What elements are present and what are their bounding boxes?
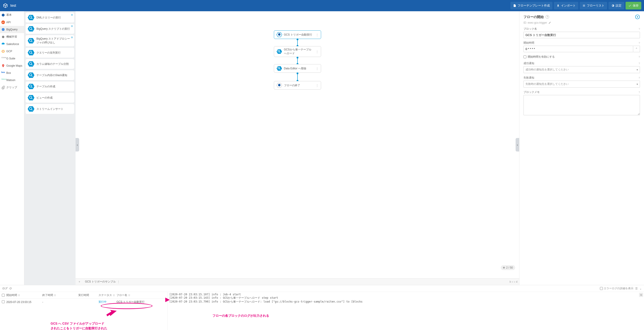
clip-icon <box>1 86 5 89</box>
bigquery-icon <box>1 28 5 31</box>
create-template-button[interactable]: フローテンプレート作成 <box>510 2 552 10</box>
flowlist-button[interactable]: フローリスト <box>580 2 607 10</box>
flow-node-end[interactable]: フローの終了 ⋮ <box>274 81 321 90</box>
nav-prev-icon[interactable]: ‹ <box>512 280 513 283</box>
sidebar-item-gcp[interactable]: GCP <box>0 48 24 55</box>
collapse-left-button[interactable]: ‹ <box>76 138 79 152</box>
api-icon: API <box>1 21 5 24</box>
svg-marker-35 <box>276 66 282 71</box>
palette-item[interactable]: BigQuery スクリプトの実行 <box>26 24 74 34</box>
category-sidebar: 基本 APIAPI BigQuery 機械学習 Salesforce GCP G… <box>0 11 24 285</box>
log-table: 開始時間☰ 終了時間☰ 実行時間 ステータス☰ フロー名☰ 2020-07-20… <box>0 292 168 330</box>
add-tab-button[interactable]: ＋ <box>77 280 82 284</box>
sidebar-item-gsuite[interactable]: GSuiteG Suite <box>0 55 24 62</box>
query-icon <box>28 38 35 44</box>
help-icon[interactable]: ? <box>638 42 640 44</box>
help-icon[interactable]: ? <box>638 56 640 58</box>
node-menu-icon[interactable]: ⋮ <box>316 84 319 87</box>
beta-badge-icon <box>71 14 73 16</box>
help-icon[interactable]: ? <box>546 15 549 19</box>
run-icon[interactable] <box>635 15 640 19</box>
block-palette: DMLクエリーの実行 BigQuery スクリプトの実行 BigQuery スト… <box>24 11 76 285</box>
node-menu-icon[interactable]: ⋮ <box>316 33 319 37</box>
sidebar-item-ml[interactable]: 機械学習 <box>0 33 24 41</box>
sidebar-item-bigquery[interactable]: BigQuery <box>0 26 24 33</box>
annotation-text-left: GCS へ CSV ファイルがアップロード されたことをトリガーに自動実行された <box>50 321 107 330</box>
palette-item[interactable]: カラム値毎のテーブル分割 <box>26 59 74 69</box>
copy-icon[interactable]: ⧉ <box>639 293 643 297</box>
block-memo-textarea[interactable] <box>524 95 640 115</box>
filter-icon[interactable]: ☰ <box>18 294 20 296</box>
row-checkbox[interactable] <box>2 300 5 303</box>
help-icon[interactable]: ? <box>638 62 640 65</box>
filter-icon[interactable]: ☰ <box>54 294 56 296</box>
sidebar-item-clip[interactable]: クリップ <box>0 84 24 91</box>
canvas-area: ‹ › GCS トリガー自動実行 ⋮ GCSから単一テーブルへロード ⋮ <box>76 11 519 285</box>
palette-item[interactable]: ストリームインサート <box>26 104 74 114</box>
stepper-up-icon[interactable]: ⌃ <box>633 46 640 52</box>
svg-marker-22 <box>28 84 34 89</box>
collapse-right-button[interactable]: › <box>516 138 519 152</box>
svg-marker-10 <box>28 38 34 44</box>
sidebar-item-watson[interactable]: WatsonWatson <box>0 77 24 84</box>
node-menu-icon[interactable]: ⋮ <box>316 50 319 53</box>
block-name-input[interactable] <box>524 32 640 38</box>
main-area: 基本 APIAPI BigQuery 機械学習 Salesforce GCP G… <box>0 11 644 285</box>
nav-last-icon[interactable]: ›I <box>516 280 518 283</box>
status-badge: 実行中 <box>98 300 106 303</box>
filter-icon[interactable]: ☰ <box>113 294 115 296</box>
log-row[interactable]: 2020-07-20 23:03:15 - 実行中 GCS トリガー自動実行 <box>0 299 167 305</box>
query-icon <box>276 49 282 54</box>
svg-marker-32 <box>276 49 282 54</box>
palette-item[interactable]: ビューの作成 <box>26 93 74 103</box>
import-button[interactable]: インポート <box>554 2 578 10</box>
refresh-icon[interactable] <box>9 287 12 290</box>
sidebar-item-api[interactable]: APIAPI <box>0 19 24 26</box>
annotation-text-right: フローの各ブロックのログが出力される <box>212 313 269 318</box>
nav-first-icon[interactable]: I‹ <box>510 280 511 283</box>
start-time-input[interactable] <box>524 46 633 52</box>
pin-icon <box>1 64 5 68</box>
palette-item[interactable]: テーブル内容のSlack通知 <box>26 70 74 80</box>
end-icon <box>276 83 282 88</box>
success-notify-select[interactable]: 成功時の通知先を選択してください▾ <box>524 66 640 73</box>
save-button[interactable]: 保存 <box>626 2 641 10</box>
flow-node[interactable]: Data Editor へ登録 ⋮ <box>274 64 321 73</box>
select-all-checkbox[interactable] <box>2 294 5 297</box>
sidebar-item-box[interactable]: boxBox <box>0 69 24 77</box>
failure-notify-select[interactable]: 失敗時の通知先を選択してください▾ <box>524 81 640 88</box>
palette-item[interactable]: クエリーの並列実行 <box>26 48 74 58</box>
svg-marker-2 <box>2 50 4 53</box>
filter-icon[interactable]: ☰ <box>128 294 130 296</box>
nav-next-icon[interactable]: › <box>514 280 515 283</box>
flow-node[interactable]: GCSから単一テーブルへロード ⋮ <box>274 46 321 57</box>
error-detail-checkbox[interactable] <box>600 287 603 290</box>
sidebar-item-googlemaps[interactable]: Google Maps <box>0 62 24 69</box>
box-icon: box <box>1 71 5 75</box>
palette-item[interactable]: テーブルの作成 <box>26 82 74 91</box>
enable-start-checkbox[interactable] <box>524 55 526 58</box>
sidebar-item-basic[interactable]: 基本 <box>0 11 24 19</box>
ml-icon <box>1 35 5 39</box>
help-icon[interactable]: ? <box>638 28 640 30</box>
log-panel-title: ログ <box>2 286 12 290</box>
palette-item[interactable]: DMLクエリーの実行 <box>26 13 74 23</box>
canvas-tab[interactable]: GCS トリガーのサンプル⋮ <box>83 279 122 284</box>
query-icon <box>28 61 35 67</box>
edit-icon[interactable] <box>548 21 551 24</box>
collapse-icon[interactable]: ⌄ <box>640 287 642 290</box>
help-icon[interactable]: ? <box>638 91 640 94</box>
filter-icon[interactable]: ☰ <box>635 287 638 290</box>
help-icon[interactable]: ? <box>638 77 640 79</box>
palette-item[interactable]: BigQuery ストアドプロシージャの呼び出し <box>26 35 74 46</box>
svg-marker-7 <box>28 26 34 32</box>
query-icon <box>28 83 35 90</box>
settings-button[interactable]: 設定 <box>608 2 624 10</box>
flow-node-start[interactable]: GCS トリガー自動実行 ⋮ <box>274 30 321 39</box>
start-icon <box>276 32 282 37</box>
node-menu-icon[interactable]: ⋮ <box>316 67 319 70</box>
sidebar-item-salesforce[interactable]: Salesforce <box>0 41 24 48</box>
svg-marker-13 <box>28 50 34 55</box>
query-icon <box>28 15 35 21</box>
flow-canvas[interactable]: ‹ › GCS トリガー自動実行 ⋮ GCSから単一テーブルへロード ⋮ <box>76 11 519 278</box>
